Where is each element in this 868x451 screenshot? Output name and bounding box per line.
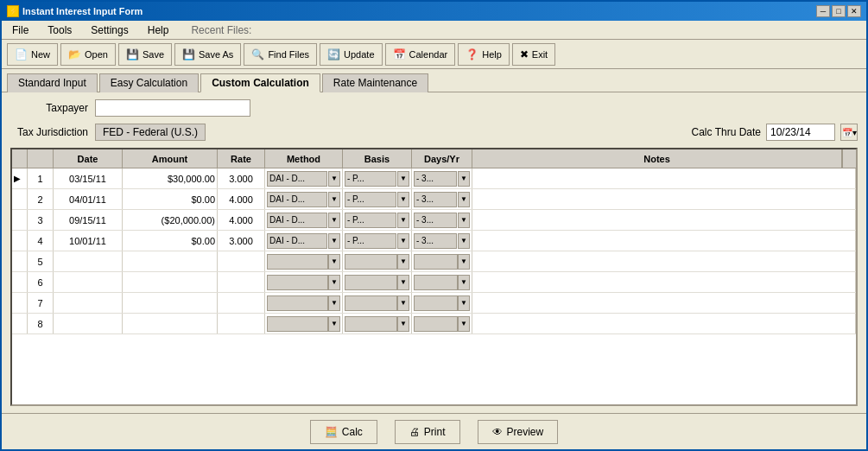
tab-standard-input[interactable]: Standard Input [7, 73, 98, 92]
row-amount-5[interactable] [123, 251, 218, 271]
taxpayer-input[interactable] [95, 99, 250, 117]
row-method-5[interactable]: ▼ [265, 251, 343, 271]
maximize-button[interactable]: □ [832, 5, 846, 17]
row-method-2[interactable]: DAI - D...▼ [265, 189, 343, 209]
table-row[interactable]: 8 ▼ ▼ ▼ [12, 314, 856, 334]
table-row[interactable]: 3 09/15/11 ($20,000.00) 4.000 DAI - D...… [12, 210, 856, 231]
basis-dropdown-2[interactable]: ▼ [397, 192, 409, 207]
row-daysyr-7[interactable]: ▼ [412, 293, 472, 313]
row-basis-6[interactable]: ▼ [343, 272, 412, 292]
row-date-3[interactable]: 09/15/11 [54, 210, 123, 230]
row-rate-1[interactable]: 3.000 [218, 168, 265, 188]
method-dropdown-2[interactable]: ▼ [328, 192, 340, 207]
row-rate-2[interactable]: 4.000 [218, 189, 265, 209]
row-rate-5[interactable] [218, 251, 265, 271]
row-amount-6[interactable] [123, 272, 218, 292]
method-dropdown-empty-8[interactable]: ▼ [328, 316, 340, 332]
basis-dropdown-4[interactable]: ▼ [397, 233, 409, 249]
row-method-7[interactable]: ▼ [265, 293, 343, 313]
preview-button[interactable]: 👁 Preview [478, 420, 559, 444]
row-basis-7[interactable]: ▼ [343, 293, 412, 313]
row-date-4[interactable]: 10/01/11 [54, 231, 123, 251]
row-basis-5[interactable]: ▼ [343, 251, 412, 271]
row-notes-8[interactable] [472, 314, 856, 333]
menu-help[interactable]: Help [143, 22, 174, 38]
calc-thru-calendar-button[interactable]: 📅▾ [840, 124, 858, 141]
row-basis-2[interactable]: - P...▼ [343, 189, 412, 209]
daysyr-dropdown-empty-5[interactable]: ▼ [458, 254, 470, 270]
method-dropdown-1[interactable]: ▼ [328, 171, 340, 187]
table-row[interactable]: ▶ 1 03/15/11 $30,000.00 3.000 DAI - D...… [12, 168, 856, 189]
calc-button[interactable]: 🧮 Calc [310, 420, 377, 444]
row-amount-7[interactable] [123, 293, 218, 313]
method-dropdown-4[interactable]: ▼ [328, 233, 340, 249]
save-as-button[interactable]: 💾 Save As [174, 43, 241, 66]
exit-button[interactable]: ✖ Exit [512, 43, 555, 66]
row-method-1[interactable]: DAI - D...▼ [265, 168, 343, 188]
row-rate-7[interactable] [218, 293, 265, 313]
row-amount-3[interactable]: ($20,000.00) [123, 210, 218, 230]
row-method-6[interactable]: ▼ [265, 272, 343, 292]
row-amount-1[interactable]: $30,000.00 [123, 168, 218, 188]
row-notes-3[interactable] [472, 210, 856, 230]
row-date-5[interactable] [54, 251, 123, 271]
row-daysyr-3[interactable]: - 3...▼ [412, 210, 472, 230]
daysyr-dropdown-4[interactable]: ▼ [458, 233, 470, 249]
table-row[interactable]: 4 10/01/11 $0.00 3.000 DAI - D...▼ - P..… [12, 231, 856, 251]
row-amount-2[interactable]: $0.00 [123, 189, 218, 209]
row-daysyr-4[interactable]: - 3...▼ [412, 231, 472, 251]
method-dropdown-3[interactable]: ▼ [328, 213, 340, 228]
row-date-1[interactable]: 03/15/11 [54, 168, 123, 188]
table-row[interactable]: 6 ▼ ▼ ▼ [12, 272, 856, 293]
new-button[interactable]: 📄 New [7, 43, 58, 66]
row-date-2[interactable]: 04/01/11 [54, 189, 123, 209]
row-rate-8[interactable] [218, 314, 265, 333]
help-button[interactable]: ❓ Help [458, 43, 510, 66]
open-button[interactable]: 📂 Open [60, 43, 116, 66]
row-date-6[interactable] [54, 272, 123, 292]
basis-dropdown-empty-8[interactable]: ▼ [397, 316, 409, 332]
close-button[interactable]: ✕ [847, 5, 861, 17]
print-button[interactable]: 🖨 Print [395, 420, 460, 444]
row-rate-6[interactable] [218, 272, 265, 292]
calc-thru-date-input[interactable] [766, 124, 835, 141]
row-notes-7[interactable] [472, 293, 856, 313]
save-button[interactable]: 💾 Save [118, 43, 172, 66]
daysyr-dropdown-empty-6[interactable]: ▼ [458, 275, 470, 290]
menu-settings[interactable]: Settings [86, 22, 133, 38]
row-daysyr-8[interactable]: ▼ [412, 314, 472, 333]
daysyr-dropdown-empty-8[interactable]: ▼ [458, 316, 470, 332]
method-dropdown-empty-5[interactable]: ▼ [328, 254, 340, 270]
row-notes-4[interactable] [472, 231, 856, 251]
table-row[interactable]: 2 04/01/11 $0.00 4.000 DAI - D...▼ - P..… [12, 189, 856, 210]
row-daysyr-5[interactable]: ▼ [412, 251, 472, 271]
basis-dropdown-1[interactable]: ▼ [397, 171, 409, 187]
menu-file[interactable]: File [7, 22, 34, 38]
basis-dropdown-3[interactable]: ▼ [397, 213, 409, 228]
row-notes-1[interactable] [472, 168, 856, 188]
tab-rate-maintenance[interactable]: Rate Maintenance [322, 73, 428, 92]
row-date-7[interactable] [54, 293, 123, 313]
tab-easy-calculation[interactable]: Easy Calculation [99, 73, 199, 92]
daysyr-dropdown-2[interactable]: ▼ [458, 192, 470, 207]
table-row[interactable]: 7 ▼ ▼ ▼ [12, 293, 856, 314]
daysyr-dropdown-3[interactable]: ▼ [458, 213, 470, 228]
find-files-button[interactable]: 🔍 Find Files [244, 43, 317, 66]
daysyr-dropdown-1[interactable]: ▼ [458, 171, 470, 187]
basis-dropdown-empty-7[interactable]: ▼ [397, 295, 409, 311]
row-amount-8[interactable] [123, 314, 218, 333]
row-date-8[interactable] [54, 314, 123, 333]
row-basis-3[interactable]: - P...▼ [343, 210, 412, 230]
row-notes-2[interactable] [472, 189, 856, 209]
update-button[interactable]: 🔄 Update [320, 43, 382, 66]
row-amount-4[interactable]: $0.00 [123, 231, 218, 251]
row-basis-1[interactable]: - P...▼ [343, 168, 412, 188]
row-basis-4[interactable]: - P...▼ [343, 231, 412, 251]
row-daysyr-6[interactable]: ▼ [412, 272, 472, 292]
row-method-4[interactable]: DAI - D...▼ [265, 231, 343, 251]
row-daysyr-1[interactable]: - 3...▼ [412, 168, 472, 188]
basis-dropdown-empty-5[interactable]: ▼ [397, 254, 409, 270]
row-notes-6[interactable] [472, 272, 856, 292]
tab-custom-calculation[interactable]: Custom Calculation [200, 73, 320, 92]
row-notes-5[interactable] [472, 251, 856, 271]
